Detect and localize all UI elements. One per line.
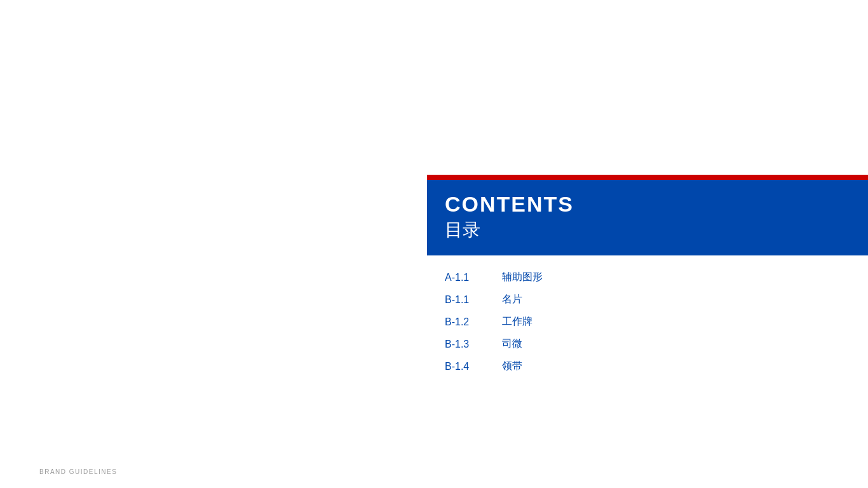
list-item: B-1.4领带	[445, 357, 850, 376]
footer-brand-guidelines: BRAND GUIDELINES	[39, 468, 117, 475]
page: CONTENTS 目录 A-1.1辅助图形B-1.1名片B-1.2工作牌B-1.…	[0, 0, 868, 488]
red-accent-bar	[427, 175, 868, 180]
content-panel: CONTENTS 目录 A-1.1辅助图形B-1.1名片B-1.2工作牌B-1.…	[427, 175, 868, 392]
item-label: 领带	[502, 360, 522, 373]
item-label: 辅助图形	[502, 271, 543, 284]
item-label: 司微	[502, 337, 522, 351]
list-item: A-1.1辅助图形	[445, 268, 850, 287]
item-code: B-1.4	[445, 361, 483, 372]
list-item: B-1.3司微	[445, 335, 850, 353]
list-item: B-1.2工作牌	[445, 313, 850, 331]
item-label: 名片	[502, 293, 522, 306]
item-code: A-1.1	[445, 272, 483, 283]
item-code: B-1.3	[445, 339, 483, 350]
contents-header: CONTENTS 目录	[427, 180, 868, 255]
contents-title-chinese: 目录	[445, 219, 850, 241]
item-code: B-1.2	[445, 316, 483, 328]
item-label: 工作牌	[502, 315, 532, 329]
contents-list: A-1.1辅助图形B-1.1名片B-1.2工作牌B-1.3司微B-1.4领带	[427, 255, 868, 392]
contents-title-english: CONTENTS	[445, 191, 850, 217]
list-item: B-1.1名片	[445, 290, 850, 309]
item-code: B-1.1	[445, 294, 483, 306]
